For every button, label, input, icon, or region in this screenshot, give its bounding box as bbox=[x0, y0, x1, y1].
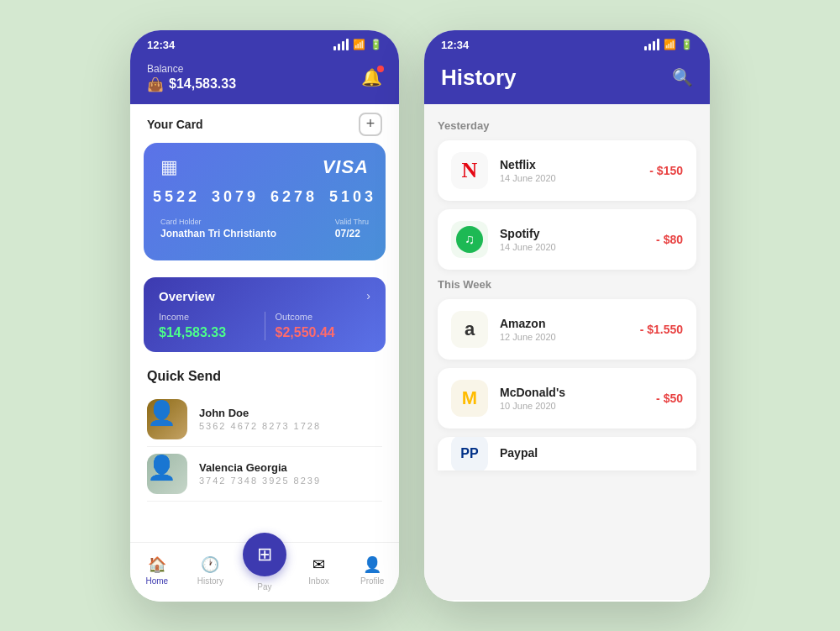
card-holder-name: Jonathan Tri Christianto bbox=[160, 228, 276, 239]
wifi-icon: 📶 bbox=[353, 39, 365, 50]
contact-item-valencia[interactable]: 👤 Valencia Georgia 3742 7348 3925 8239 bbox=[147, 447, 382, 502]
contact-name-john: John Doe bbox=[199, 407, 321, 419]
amazon-icon: a bbox=[465, 318, 475, 340]
notification-bell[interactable]: 🔔 bbox=[361, 67, 382, 87]
card-wrap: ▦ VISA 5522 3079 6278 5103 Card Holder J… bbox=[130, 143, 399, 269]
avatar-john: 👤 bbox=[147, 399, 187, 439]
right-phone: 12:34 📶 🔋 History 🔍 Yesterday N bbox=[424, 30, 710, 602]
income-label: Income bbox=[159, 312, 255, 322]
income-value: $14,583.33 bbox=[159, 325, 255, 340]
outcome-value: $2,550.44 bbox=[276, 325, 371, 340]
txn-date-mcdonalds: 10 June 2020 bbox=[500, 401, 644, 411]
profile-icon: 👤 bbox=[363, 555, 381, 574]
battery-icon: 🔋 bbox=[370, 39, 382, 50]
overview-title: Overview bbox=[159, 289, 215, 303]
valid-label: Valid Thru bbox=[335, 218, 369, 226]
left-time: 12:34 bbox=[147, 39, 175, 51]
quick-send-title: Quick Send bbox=[147, 369, 382, 384]
card-holder-label: Card Holder bbox=[160, 218, 276, 226]
contact-name-valencia: Valencia Georgia bbox=[199, 461, 321, 474]
spotify-icon: ♫ bbox=[456, 226, 483, 253]
txn-name-mcdonalds: McDonald's bbox=[500, 386, 644, 399]
home-icon: 🏠 bbox=[148, 555, 166, 574]
txn-name-amazon: Amazon bbox=[500, 317, 628, 330]
overview-section: Overview › Income $14,583.33 Outcome $2,… bbox=[144, 277, 386, 352]
right-wifi-icon: 📶 bbox=[664, 39, 676, 50]
contact-card-valencia: 3742 7348 3925 8239 bbox=[199, 476, 321, 486]
avatar-valencia: 👤 bbox=[147, 454, 187, 494]
txn-amount-mcdonalds: - $50 bbox=[656, 392, 683, 405]
search-button[interactable]: 🔍 bbox=[672, 67, 693, 87]
paypal-icon: PP bbox=[460, 446, 478, 461]
credit-card: ▦ VISA 5522 3079 6278 5103 Card Holder J… bbox=[144, 143, 386, 260]
txn-amount-amazon: - $1.550 bbox=[640, 323, 683, 336]
qr-icon: ⊞ bbox=[257, 544, 272, 565]
inbox-icon: ✉ bbox=[312, 555, 325, 574]
txn-paypal[interactable]: PP Paypal bbox=[438, 437, 696, 471]
txn-mcdonalds[interactable]: M McDonald's 10 June 2020 - $50 bbox=[438, 368, 696, 429]
txn-name-spotify: Spotify bbox=[500, 227, 644, 240]
section-this-week: This Week bbox=[438, 278, 696, 291]
nav-pay[interactable]: ⊞ Pay bbox=[243, 549, 286, 592]
netflix-n-icon: N bbox=[462, 158, 478, 183]
txn-spotify[interactable]: ♫ Spotify 14 June 2020 - $80 bbox=[438, 209, 696, 270]
balance-value: 👜 $14,583.33 bbox=[147, 76, 236, 92]
your-card-label: Your Card bbox=[147, 118, 203, 131]
contact-card-john: 5362 4672 8273 1728 bbox=[199, 421, 321, 431]
txn-amazon[interactable]: a Amazon 12 June 2020 - $1.550 bbox=[438, 299, 696, 360]
left-status-icons: 📶 🔋 bbox=[333, 39, 382, 50]
nav-history[interactable]: 🕐 History bbox=[189, 555, 231, 586]
section-yesterday: Yesterday bbox=[438, 119, 696, 132]
txn-amount-netflix: - $150 bbox=[649, 164, 683, 177]
paypal-logo: PP bbox=[451, 437, 488, 471]
left-phone: 12:34 📶 🔋 Balance 👜 $14,583.33 🔔 bbox=[130, 30, 399, 602]
right-signal-icon bbox=[644, 39, 659, 50]
nav-history-label: History bbox=[197, 576, 223, 586]
spotify-logo: ♫ bbox=[451, 221, 488, 258]
add-card-button[interactable]: + bbox=[359, 113, 382, 136]
history-icon: 🕐 bbox=[201, 555, 219, 574]
right-status-icons: 📶 🔋 bbox=[644, 39, 693, 50]
mcdonalds-logo: M bbox=[451, 380, 488, 417]
txn-date-spotify: 14 June 2020 bbox=[500, 242, 644, 252]
right-battery-icon: 🔋 bbox=[680, 39, 693, 50]
chip-icon: ▦ bbox=[160, 156, 178, 178]
notification-dot bbox=[377, 66, 384, 72]
history-content: Yesterday N Netflix 14 June 2020 - $150 … bbox=[424, 104, 710, 600]
bottom-nav: 🏠 Home 🕐 History ⊞ Pay ✉ Inbox 👤 Profile bbox=[130, 542, 399, 602]
nav-pay-label: Pay bbox=[257, 582, 271, 592]
txn-name-paypal: Paypal bbox=[500, 446, 683, 460]
txn-netflix[interactable]: N Netflix 14 June 2020 - $150 bbox=[438, 140, 696, 201]
txn-date-netflix: 14 June 2020 bbox=[500, 173, 638, 183]
wallet-icon: 👜 bbox=[147, 76, 164, 92]
netflix-logo: N bbox=[451, 152, 488, 189]
nav-inbox-label: Inbox bbox=[308, 576, 328, 586]
signal-icon bbox=[333, 39, 349, 50]
right-status-bar: 12:34 📶 🔋 bbox=[424, 30, 710, 56]
card-number: 5522 3079 6278 5103 bbox=[160, 188, 369, 206]
txn-name-netflix: Netflix bbox=[500, 158, 638, 171]
history-title: History bbox=[441, 65, 517, 91]
right-time: 12:34 bbox=[441, 39, 469, 51]
history-header: History 🔍 bbox=[424, 56, 710, 104]
nav-profile-label: Profile bbox=[360, 576, 384, 586]
txn-amount-spotify: - $80 bbox=[656, 233, 683, 246]
txn-date-amazon: 12 June 2020 bbox=[500, 332, 628, 342]
overview-arrow-icon[interactable]: › bbox=[366, 289, 370, 302]
qr-button[interactable]: ⊞ bbox=[243, 533, 286, 576]
balance-label: Balance bbox=[147, 63, 236, 75]
contact-item-john[interactable]: 👤 John Doe 5362 4672 8273 1728 bbox=[147, 392, 382, 447]
mcdonalds-icon: M bbox=[462, 387, 477, 409]
left-status-bar: 12:34 📶 🔋 bbox=[130, 30, 399, 56]
nav-profile[interactable]: 👤 Profile bbox=[351, 555, 393, 586]
nav-inbox[interactable]: ✉ Inbox bbox=[298, 555, 340, 586]
valid-date: 07/22 bbox=[335, 228, 369, 239]
outcome-label: Outcome bbox=[276, 312, 371, 322]
your-card-row: Your Card + bbox=[130, 104, 399, 143]
nav-home-label: Home bbox=[145, 576, 168, 586]
nav-home[interactable]: 🏠 Home bbox=[136, 555, 178, 586]
visa-brand: VISA bbox=[323, 156, 369, 178]
amazon-logo: a bbox=[451, 311, 488, 348]
left-header: Balance 👜 $14,583.33 🔔 bbox=[130, 56, 399, 104]
quick-send-section: Quick Send 👤 John Doe 5362 4672 8273 172… bbox=[130, 360, 399, 502]
